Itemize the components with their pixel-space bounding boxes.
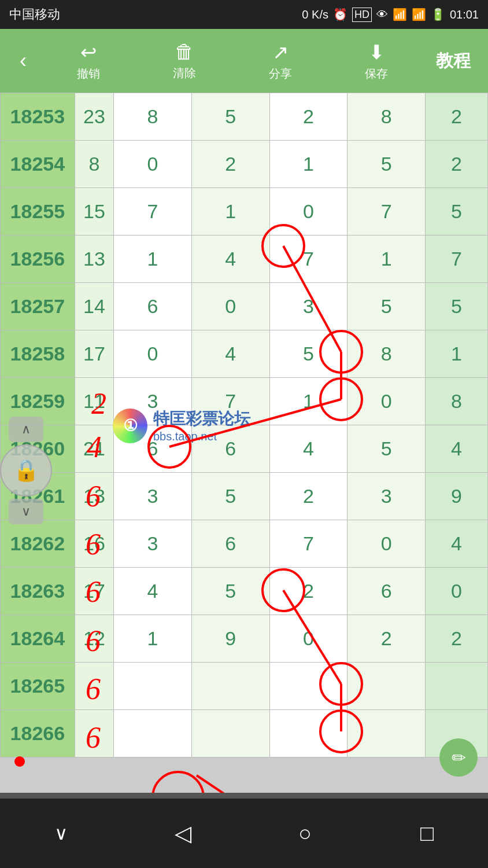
- cell-d2: 6: [191, 425, 269, 473]
- row-id: 18262: [1, 520, 75, 568]
- cell-d3: 3: [269, 283, 347, 330]
- svg-line-13: [197, 775, 249, 793]
- cell-d4: 1: [347, 236, 426, 283]
- cell-d1: 1: [114, 236, 192, 283]
- cell-d1: 3: [114, 378, 192, 425]
- down-arrow-icon: ∨: [21, 504, 31, 519]
- row-id: 18266: [1, 710, 75, 757]
- share-label: 分享: [269, 66, 292, 82]
- table-row: 18253 23 8 5 2 8 2: [1, 93, 488, 141]
- cell-d2: 4: [191, 330, 269, 378]
- row-id: 18264: [1, 615, 75, 663]
- cell-d1: 6: [114, 283, 192, 330]
- cell-d3: 1: [269, 378, 347, 425]
- cell-last: 0: [426, 568, 488, 615]
- row-small: 8: [75, 141, 113, 188]
- cell-d3: 0: [269, 188, 347, 236]
- cell-d4: 0: [347, 378, 426, 425]
- share-button[interactable]: ↗ 分享: [232, 41, 328, 82]
- cell-d2: 4: [191, 236, 269, 283]
- eye-icon: 👁: [376, 8, 388, 21]
- cell-d1: 0: [114, 141, 192, 188]
- nav-down-button[interactable]: ∨: [38, 816, 84, 851]
- table-row: 18263 17 4 5 2 6 0: [1, 568, 488, 615]
- clear-button[interactable]: 🗑 清除: [136, 41, 232, 81]
- time-label: 01:01: [450, 8, 479, 21]
- table-row: 18260 21 6 6 4 5 4: [1, 425, 488, 473]
- row-small: [75, 710, 113, 757]
- row-small: 17: [75, 568, 113, 615]
- cell-last: 5: [426, 283, 488, 330]
- cell-d2: [191, 710, 269, 757]
- cell-d1: [114, 710, 192, 757]
- cell-d3: 4: [269, 425, 347, 473]
- row-small: 13: [75, 236, 113, 283]
- cell-d2: 6: [191, 520, 269, 568]
- cell-last: 4: [426, 425, 488, 473]
- trash-icon: 🗑: [175, 41, 194, 63]
- status-right: 0 K/s ⏰ HD 👁 📶 📶 🔋 01:01: [302, 8, 479, 22]
- scroll-up-button[interactable]: ∧: [9, 417, 43, 442]
- svg-text:/6: /6: [195, 785, 224, 793]
- lock-widget: ∧ 🔒 ∨: [0, 417, 52, 524]
- clear-label: 清除: [173, 65, 196, 81]
- up-arrow-icon: ∧: [21, 422, 31, 437]
- cell-d1: 0: [114, 330, 192, 378]
- nav-back-icon: ◁: [175, 821, 191, 846]
- cell-last: 7: [426, 236, 488, 283]
- table-row: 18255 15 7 1 0 7 5: [1, 188, 488, 236]
- table-row: 18258 17 0 4 5 8 1: [1, 330, 488, 378]
- table-row: 18262 16 3 6 7 0 4: [1, 520, 488, 568]
- tutorial-button[interactable]: 教程: [424, 49, 482, 73]
- cell-d3: [269, 710, 347, 757]
- undo-button[interactable]: ↩ 撤销: [40, 41, 136, 82]
- tutorial-label: 教程: [436, 49, 471, 73]
- wifi-icon: 📶: [393, 8, 407, 21]
- table-area: 18253 23 8 5 2 8 2 18254 8 0 2 1 5 2 182…: [0, 93, 488, 793]
- undo-label: 撤销: [77, 66, 100, 82]
- nav-back-button[interactable]: ◁: [160, 816, 206, 851]
- lock-button[interactable]: 🔒: [0, 444, 52, 496]
- status-bar: 中国移动 0 K/s ⏰ HD 👁 📶 📶 🔋 01:01: [0, 0, 488, 29]
- table-row: 18257 14 6 0 3 5 5: [1, 283, 488, 330]
- cell-d4: 8: [347, 330, 426, 378]
- nav-recent-button[interactable]: □: [404, 816, 450, 851]
- row-small: 15: [75, 188, 113, 236]
- table-row: 18264 12 1 9 0 2 2: [1, 615, 488, 663]
- carrier-label: 中国移动: [9, 6, 60, 23]
- battery-icon: 🔋: [431, 8, 445, 21]
- pencil-icon: ✏: [452, 748, 466, 768]
- scroll-down-button[interactable]: ∨: [9, 499, 43, 524]
- cell-last: 9: [426, 473, 488, 520]
- row-small: 11: [75, 378, 113, 425]
- cell-d2: 5: [191, 568, 269, 615]
- row-id: 18263: [1, 568, 75, 615]
- cell-last: 2: [426, 93, 488, 141]
- cell-d3: 7: [269, 236, 347, 283]
- cell-d3: [269, 663, 347, 710]
- cell-d2: 5: [191, 93, 269, 141]
- table-row: 18261 13 3 5 2 3 9: [1, 473, 488, 520]
- cell-d1: 3: [114, 520, 192, 568]
- row-small: 23: [75, 93, 113, 141]
- cell-d4: [347, 663, 426, 710]
- save-button[interactable]: ⬇ 保存: [328, 41, 424, 82]
- cell-d3: 2: [269, 568, 347, 615]
- cell-d1: 1: [114, 615, 192, 663]
- cell-d3: 5: [269, 330, 347, 378]
- signal-icon: 📶: [412, 8, 426, 21]
- row-id: 18254: [1, 141, 75, 188]
- table-row: 18254 8 0 2 1 5 2: [1, 141, 488, 188]
- pencil-button[interactable]: ✏: [439, 738, 478, 777]
- cell-d2: [191, 663, 269, 710]
- cell-d1: [114, 663, 192, 710]
- cell-d4: 5: [347, 425, 426, 473]
- cell-d2: 1: [191, 188, 269, 236]
- back-button[interactable]: ‹: [6, 49, 40, 73]
- cell-d4: [347, 710, 426, 757]
- nav-home-button[interactable]: ○: [282, 816, 328, 851]
- cell-d4: 0: [347, 520, 426, 568]
- row-small: 12: [75, 615, 113, 663]
- speed-label: 0 K/s: [302, 8, 328, 21]
- cell-d4: 2: [347, 615, 426, 663]
